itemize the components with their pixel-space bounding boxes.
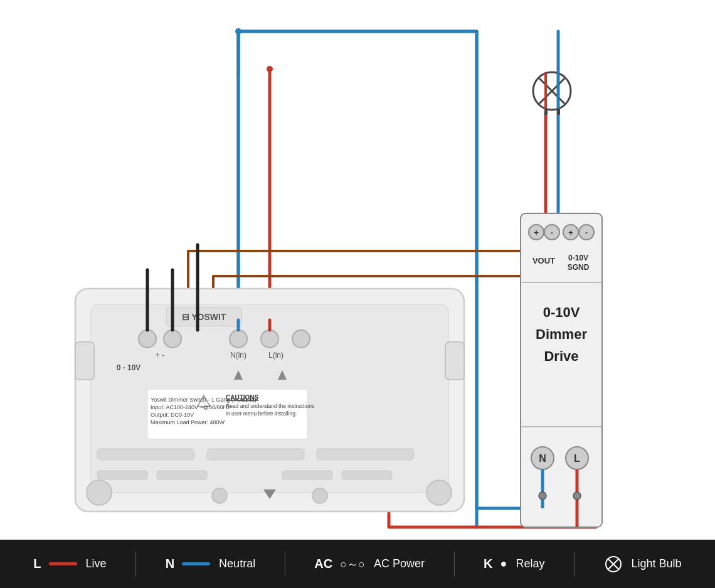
svg-point-72 bbox=[312, 488, 327, 503]
legend-divider-2 bbox=[285, 552, 285, 577]
legend-l-label: L bbox=[33, 557, 41, 571]
svg-rect-7 bbox=[544, 109, 548, 115]
svg-text:VOUT: VOUT bbox=[532, 256, 555, 265]
svg-text:Dimmer: Dimmer bbox=[536, 326, 587, 342]
svg-point-32 bbox=[539, 492, 546, 500]
legend-ac: AC ○～○ AC Power bbox=[314, 557, 425, 572]
svg-rect-63 bbox=[445, 342, 464, 380]
legend-neutral-label: Neutral bbox=[219, 557, 255, 570]
svg-text:N: N bbox=[539, 453, 546, 464]
svg-rect-8 bbox=[557, 109, 560, 115]
svg-point-79 bbox=[267, 66, 273, 72]
legend-ac-label: AC bbox=[314, 557, 332, 571]
legend-relay-symbol: ● bbox=[500, 557, 507, 570]
svg-rect-61 bbox=[317, 449, 414, 460]
legend-bulb-icon bbox=[604, 555, 623, 574]
legend-ac-power-label: AC Power bbox=[374, 557, 425, 570]
svg-text:Drive: Drive bbox=[544, 348, 578, 364]
svg-text:0 - 10V: 0 - 10V bbox=[117, 363, 141, 372]
legend-ac-symbol: ○～○ bbox=[340, 557, 365, 572]
svg-point-71 bbox=[212, 488, 227, 503]
svg-text:L(in): L(in) bbox=[268, 351, 283, 360]
svg-text:Read and understand the instru: Read and understand the instructions bbox=[226, 403, 314, 409]
svg-rect-64 bbox=[97, 471, 147, 479]
legend-bulb-label: Light Bulb bbox=[632, 557, 682, 570]
svg-rect-60 bbox=[207, 449, 304, 460]
svg-rect-62 bbox=[75, 342, 94, 380]
svg-text:0-10V: 0-10V bbox=[568, 254, 588, 262]
legend-k-label: K bbox=[484, 557, 492, 571]
legend-bar: L Live N Neutral AC ○～○ AC Power K ● Rel… bbox=[0, 540, 715, 588]
legend-bulb: Light Bulb bbox=[604, 555, 682, 574]
svg-text:Output: DC0-10V: Output: DC0-10V bbox=[151, 412, 194, 418]
svg-text:-: - bbox=[551, 228, 553, 237]
svg-point-41 bbox=[261, 330, 278, 348]
legend-divider-1 bbox=[135, 552, 136, 577]
svg-text:0-10V: 0-10V bbox=[543, 304, 580, 320]
legend-live: L Live bbox=[33, 557, 106, 571]
svg-point-38 bbox=[139, 330, 156, 348]
svg-rect-66 bbox=[282, 471, 332, 479]
legend-live-label: Live bbox=[86, 557, 107, 570]
svg-text:+     -: + - bbox=[156, 351, 164, 360]
svg-point-78 bbox=[235, 28, 241, 35]
svg-text:+: + bbox=[568, 228, 573, 237]
svg-point-39 bbox=[164, 330, 181, 348]
legend-neutral: N Neutral bbox=[166, 557, 255, 571]
legend-n-label: N bbox=[166, 557, 174, 571]
svg-text:SGND: SGND bbox=[568, 263, 590, 272]
svg-rect-67 bbox=[342, 471, 392, 479]
svg-text:Maximum Load Power: 400W: Maximum Load Power: 400W bbox=[151, 419, 225, 425]
svg-text:+: + bbox=[534, 228, 539, 237]
svg-text:L: L bbox=[574, 453, 580, 464]
svg-text:Input: AC100-240V ~@50/60Hz: Input: AC100-240V ~@50/60Hz bbox=[151, 404, 230, 410]
svg-text:-: - bbox=[585, 228, 588, 237]
legend-relay: K ● Relay bbox=[484, 557, 544, 571]
svg-text:CAUTIONS: CAUTIONS bbox=[226, 394, 259, 401]
legend-divider-4 bbox=[574, 552, 575, 577]
svg-text:⊟ YOSWIT: ⊟ YOSWIT bbox=[182, 312, 226, 322]
svg-point-40 bbox=[230, 330, 247, 348]
legend-live-line bbox=[49, 562, 77, 565]
legend-neutral-line bbox=[182, 562, 210, 565]
svg-rect-65 bbox=[157, 471, 207, 479]
svg-point-33 bbox=[573, 492, 581, 500]
svg-point-69 bbox=[426, 480, 452, 505]
legend-relay-label: Relay bbox=[516, 557, 544, 570]
svg-rect-59 bbox=[97, 449, 194, 460]
legend-divider-3 bbox=[454, 552, 455, 577]
svg-text:in user menu before installing: in user menu before installing. bbox=[226, 410, 297, 417]
svg-point-42 bbox=[292, 330, 310, 348]
svg-point-68 bbox=[87, 480, 112, 505]
svg-text:N(in): N(in) bbox=[230, 351, 246, 360]
